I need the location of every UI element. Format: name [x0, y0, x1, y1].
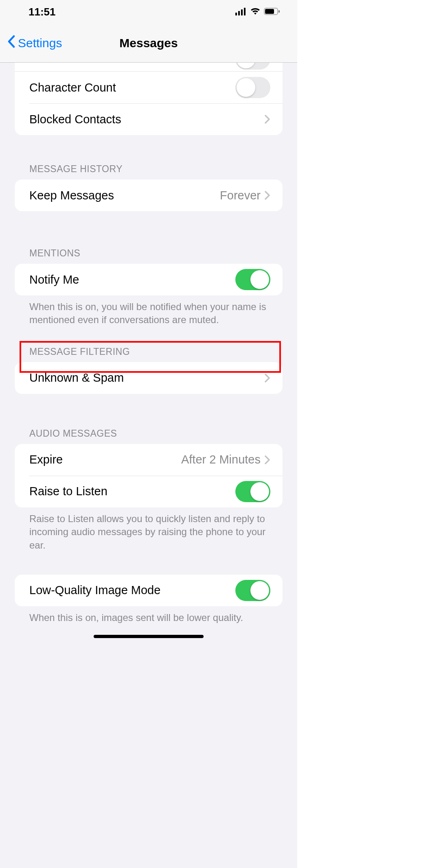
row-raise-to-listen[interactable]: Raise to Listen: [15, 476, 283, 507]
row-unknown-spam[interactable]: Unknown & Spam: [15, 362, 283, 394]
nav-bar: Settings Messages: [0, 24, 297, 63]
footer-mentions: When this is on, you will be notified wh…: [0, 295, 297, 327]
chevron-right-icon: [265, 190, 270, 200]
cellular-icon: [235, 6, 247, 18]
toggle-notify-me[interactable]: [235, 269, 270, 290]
battery-icon: [264, 6, 280, 18]
wifi-icon: [250, 6, 261, 18]
chevron-right-icon: [265, 114, 270, 124]
row-value: Forever: [220, 189, 261, 202]
row-label: Raise to Listen: [29, 485, 235, 498]
chevron-right-icon: [265, 373, 270, 383]
status-bar: 11:51: [0, 0, 297, 24]
footer-low-quality: When this is on, images sent will be low…: [0, 606, 297, 624]
svg-rect-2: [241, 9, 243, 15]
status-icons: [235, 6, 280, 18]
settings-content[interactable]: Character Count Blocked Contacts MESSAGE…: [0, 63, 297, 643]
svg-rect-6: [278, 10, 280, 13]
row-notify-me[interactable]: Notify Me: [15, 264, 283, 295]
row-label: Keep Messages: [29, 189, 220, 202]
row-value: After 2 Minutes: [181, 453, 261, 466]
group-mentions: Notify Me: [15, 264, 283, 295]
chevron-right-icon: [265, 455, 270, 465]
back-label: Settings: [18, 36, 62, 50]
svg-rect-5: [265, 9, 274, 14]
phone-screen: 11:51 Settings Messages: [0, 0, 297, 643]
group-filtering: Unknown & Spam: [15, 362, 283, 394]
partial-toggle-off: [235, 63, 270, 70]
row-keep-messages[interactable]: Keep Messages Forever: [15, 179, 283, 211]
row-character-count[interactable]: Character Count: [15, 72, 283, 103]
row-label: Blocked Contacts: [29, 113, 265, 126]
row-label: Low-Quality Image Mode: [29, 584, 235, 597]
status-time: 11:51: [29, 6, 56, 18]
svg-rect-0: [235, 13, 237, 15]
header-audio: AUDIO MESSAGES: [0, 428, 297, 444]
group-sms: Character Count Blocked Contacts: [15, 63, 283, 135]
row-blocked-contacts[interactable]: Blocked Contacts: [15, 103, 283, 135]
row-label: Unknown & Spam: [29, 371, 265, 385]
toggle-character-count[interactable]: [235, 77, 270, 98]
row-low-quality-image[interactable]: Low-Quality Image Mode: [15, 575, 283, 606]
row-label: Notify Me: [29, 273, 235, 286]
svg-rect-1: [238, 11, 240, 15]
header-message-history: MESSAGE HISTORY: [0, 164, 297, 179]
chevron-left-icon: [7, 35, 15, 51]
row-expire[interactable]: Expire After 2 Minutes: [15, 444, 283, 476]
blank-region: [297, 0, 421, 868]
group-low-quality: Low-Quality Image Mode: [15, 575, 283, 606]
toggle-low-quality[interactable]: [235, 580, 270, 601]
group-history: Keep Messages Forever: [15, 179, 283, 211]
row-label: Expire: [29, 453, 181, 466]
svg-rect-3: [244, 8, 246, 15]
toggle-raise-to-listen[interactable]: [235, 481, 270, 502]
group-audio: Expire After 2 Minutes Raise to Listen: [15, 444, 283, 507]
row-label: Character Count: [29, 81, 235, 94]
home-indicator[interactable]: [94, 635, 204, 638]
header-mentions: MENTIONS: [0, 248, 297, 264]
back-button[interactable]: Settings: [0, 35, 62, 51]
header-filtering: MESSAGE FILTERING: [0, 346, 297, 362]
partial-row: [15, 63, 283, 72]
footer-raise: Raise to Listen allows you to quickly li…: [0, 507, 297, 552]
